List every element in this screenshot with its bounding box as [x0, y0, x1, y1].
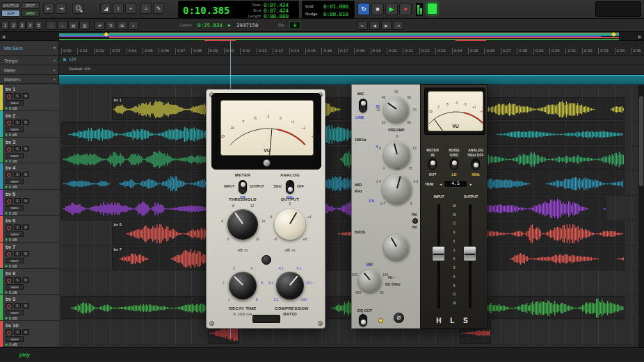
meter-ruler-lane[interactable]: Default: 4/4	[59, 65, 644, 75]
mic-line-switch[interactable]	[359, 99, 367, 113]
track-volume[interactable]: 0 dB	[6, 106, 17, 110]
edit-mode-grid[interactable]: GRID	[21, 10, 40, 17]
bass-knob[interactable]	[384, 235, 409, 260]
track-lane[interactable]	[59, 320, 638, 345]
track-view-selector[interactable]: wave	[6, 231, 24, 237]
track-volume[interactable]: 0 dB	[6, 211, 17, 215]
phase-button[interactable]: Ø	[394, 313, 404, 323]
tab-forward-icon[interactable]: ⇥	[56, 3, 67, 14]
track-volume[interactable]: 0 dB	[6, 133, 17, 137]
track-tile[interactable]: bv 5SMwave0 dB	[0, 190, 59, 216]
fast-forward-button[interactable]: ▶	[381, 21, 392, 30]
tempo-ruler-lane[interactable]: 120	[59, 56, 644, 65]
edit-mode-spot[interactable]: SPOT	[21, 2, 40, 9]
audio-region[interactable]	[61, 296, 625, 319]
solo-button[interactable]: S	[14, 329, 21, 335]
track-volume[interactable]: 0 dB	[6, 238, 17, 242]
tempo-value[interactable]: 120	[69, 57, 76, 61]
track-name[interactable]: bv 2	[6, 113, 15, 119]
session-overview-strip[interactable]: ◀ ▶	[0, 32, 644, 41]
nudge-value[interactable]: 0:00.010	[323, 11, 348, 17]
eq-cut-switch[interactable]	[359, 314, 367, 327]
mute-button[interactable]: M	[22, 146, 29, 151]
ruler-name[interactable]: Min:Secs	[4, 46, 23, 51]
mute-button[interactable]: M	[22, 198, 29, 204]
online-led[interactable]	[427, 3, 437, 15]
zoom-preset-2[interactable]: 2	[10, 21, 17, 30]
meter-value[interactable]: Default: 4/4	[69, 67, 90, 71]
zoomer-tool-icon[interactable]	[72, 3, 83, 14]
trim-value[interactable]: 4.5	[444, 180, 467, 188]
markers-ruler-lane[interactable]	[59, 75, 644, 85]
solo-button[interactable]: S	[14, 198, 21, 204]
scroll-left-icon[interactable]: ◀	[1, 33, 6, 40]
main-counter[interactable]: 0:10.385	[183, 5, 230, 16]
track-tile[interactable]: bv 7SMwave0 dB	[0, 242, 59, 269]
zoom-preset-5[interactable]: 5	[35, 21, 42, 30]
add-marker-icon[interactable]: +	[53, 77, 56, 82]
low-cut-knob[interactable]	[359, 270, 381, 292]
zoom-in-icon[interactable]: +	[57, 21, 67, 30]
rewind-button[interactable]: ◀	[369, 21, 380, 30]
track-volume[interactable]: 0 dB	[6, 185, 17, 189]
markers-ruler-label[interactable]: Markers	[4, 77, 20, 82]
preamp-knob[interactable]	[384, 97, 409, 122]
analog-hum-switch[interactable]	[472, 158, 480, 170]
track-view-selector[interactable]: wave	[6, 258, 24, 263]
ruler-name-cell[interactable]: Min:Secs ▾	[0, 41, 58, 56]
track-name[interactable]: bv 8	[6, 270, 15, 277]
solo-button[interactable]: S	[14, 93, 21, 99]
analog-hum-switch[interactable]	[286, 180, 294, 194]
meter-source-switch[interactable]	[239, 180, 247, 194]
compressor-plugin-window[interactable]: -20-10-7-5-30+1+2+3VU METER ANALOG INPUT…	[206, 89, 325, 329]
track-name[interactable]: bv 10	[6, 322, 18, 329]
track-view-selector[interactable]: wave	[6, 126, 24, 132]
output-knob[interactable]	[275, 209, 305, 240]
record-button[interactable]: ●	[399, 3, 412, 15]
track-name[interactable]: bv 5	[6, 191, 15, 197]
solo-button[interactable]: S	[14, 120, 21, 125]
zoom-preset-1[interactable]: 1	[1, 21, 9, 30]
grid-value[interactable]: 0:01.000	[323, 3, 348, 10]
record-enable-button[interactable]	[6, 224, 13, 230]
grid-label[interactable]: Grid	[305, 4, 313, 8]
decay-time-knob[interactable]	[229, 272, 257, 299]
play-button[interactable]: ▶	[385, 3, 398, 15]
mute-button[interactable]: M	[22, 224, 29, 230]
track-view-selector[interactable]: wave	[6, 336, 24, 342]
go-to-start-button[interactable]: ⇤	[357, 21, 368, 30]
tab-back-icon[interactable]: ⇤	[43, 3, 54, 14]
scrubber-tool-icon[interactable]: ≈	[140, 3, 152, 14]
vertical-scrollbar[interactable]	[638, 85, 644, 347]
mute-button[interactable]: M	[22, 329, 29, 335]
track-lanes[interactable]: bv 1bv 6bv 7bv 10bv 10	[59, 85, 638, 347]
track-volume[interactable]: 0 dB	[6, 159, 17, 163]
meter-ruler-label[interactable]: Meter	[4, 67, 16, 72]
track-tile[interactable]: bv 8SMwave0 dB	[0, 269, 59, 295]
track-tile[interactable]: bv 1SMwave0 dB	[0, 85, 59, 111]
record-enable-button[interactable]	[6, 303, 13, 308]
record-enable-button[interactable]	[6, 251, 13, 256]
waveform-zoom-icon[interactable]: ▤	[68, 21, 79, 30]
mute-button[interactable]: M	[22, 303, 29, 308]
record-enable-button[interactable]	[6, 93, 13, 99]
input-fader[interactable]	[432, 246, 445, 261]
threshold-knob[interactable]	[227, 209, 258, 240]
track-lane[interactable]	[59, 271, 638, 296]
meter-ruler-cell[interactable]: Meter +	[0, 65, 58, 75]
track-name[interactable]: bv 3	[6, 139, 15, 145]
mute-button[interactable]: M	[22, 120, 29, 125]
audio-region[interactable]	[61, 172, 625, 195]
grabber-tool-icon[interactable]: +	[125, 3, 136, 14]
pencil-tool-icon[interactable]: ✎	[153, 3, 164, 14]
track-view-selector[interactable]: wave	[6, 179, 24, 184]
track-volume[interactable]: 0 dB	[6, 264, 17, 268]
compression-ratio-knob[interactable]	[276, 272, 304, 299]
track-tile[interactable]: bv 6SMwave0 dB	[0, 216, 59, 242]
audio-region[interactable]	[61, 122, 625, 145]
hls-channel-plugin-window[interactable]: MIC LINE 20 PREAMP 10KHz 4 MID KHz 2.8 P…	[351, 84, 488, 329]
track-tile[interactable]: bv 4SMwave0 dB	[0, 163, 59, 190]
minsec-ruler[interactable]: 0:000:010:020:030:040:050:060:070:080:09…	[59, 41, 644, 56]
mute-button[interactable]: M	[22, 251, 29, 256]
go-to-end-button[interactable]: ⇥	[393, 21, 403, 30]
